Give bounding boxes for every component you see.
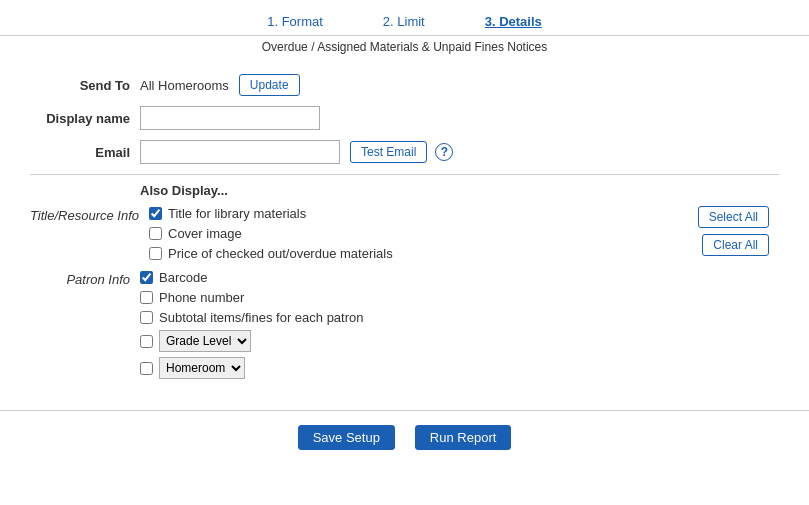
checkbox-grade-level[interactable] xyxy=(140,335,153,348)
checkbox-label-subtotal: Subtotal items/fines for each patron xyxy=(159,310,364,325)
checkbox-title-library-materials[interactable] xyxy=(149,207,162,220)
nav-step-details[interactable]: 3. Details xyxy=(485,14,542,29)
wizard-nav: 1. Format 2. Limit 3. Details xyxy=(0,0,809,36)
grade-level-select[interactable]: Grade Level xyxy=(159,330,251,352)
checkbox-label-cover: Cover image xyxy=(168,226,242,241)
checkbox-phone[interactable] xyxy=(140,291,153,304)
email-input[interactable] xyxy=(140,140,340,164)
nav-step-format[interactable]: 1. Format xyxy=(267,14,323,29)
nav-step-limit[interactable]: 2. Limit xyxy=(383,14,425,29)
checkbox-row-phone: Phone number xyxy=(140,290,669,305)
save-setup-button[interactable]: Save Setup xyxy=(298,425,395,450)
select-clear-col: Select All Clear All xyxy=(669,206,779,256)
footer-bar: Save Setup Run Report xyxy=(0,410,809,460)
email-label: Email xyxy=(30,145,140,160)
send-to-row: Send To All Homerooms Update xyxy=(30,74,779,96)
checkbox-label-title: Title for library materials xyxy=(168,206,306,221)
test-email-button[interactable]: Test Email xyxy=(350,141,427,163)
patron-info-label: Patron Info xyxy=(30,270,140,384)
send-to-value: All Homerooms xyxy=(140,78,229,93)
checkbox-row-subtotal: Subtotal items/fines for each patron xyxy=(140,310,669,325)
checkbox-row-price: Price of checked out/overdue materials xyxy=(149,246,669,261)
nav-subtitle: Overdue / Assigned Materials & Unpaid Fi… xyxy=(0,36,809,62)
also-display-area: Title/Resource Info Title for library ma… xyxy=(30,206,779,388)
checkbox-price[interactable] xyxy=(149,247,162,260)
checkbox-row-barcode: Barcode xyxy=(140,270,669,285)
dropdown-row-homeroom: Homeroom xyxy=(140,357,669,379)
checkbox-cover-image[interactable] xyxy=(149,227,162,240)
dropdown-row-grade: Grade Level xyxy=(140,330,669,352)
checkbox-label-phone: Phone number xyxy=(159,290,244,305)
homeroom-select[interactable]: Homeroom xyxy=(159,357,245,379)
display-name-label: Display name xyxy=(30,111,140,126)
checkbox-row-title: Title for library materials xyxy=(149,206,669,221)
checkbox-label-price: Price of checked out/overdue materials xyxy=(168,246,393,261)
title-resource-label: Title/Resource Info xyxy=(30,206,149,266)
help-icon[interactable]: ? xyxy=(435,143,453,161)
run-report-button[interactable]: Run Report xyxy=(415,425,511,450)
checkbox-subtotal[interactable] xyxy=(140,311,153,324)
update-button[interactable]: Update xyxy=(239,74,300,96)
select-all-button[interactable]: Select All xyxy=(698,206,769,228)
patron-info-section: Patron Info Barcode Phone number Subtota… xyxy=(30,270,669,384)
clear-all-button[interactable]: Clear All xyxy=(702,234,769,256)
title-checkboxes: Title for library materials Cover image … xyxy=(149,206,669,266)
main-content: Send To All Homerooms Update Display nam… xyxy=(0,62,809,400)
checkbox-label-barcode: Barcode xyxy=(159,270,207,285)
patron-checkboxes: Barcode Phone number Subtotal items/fine… xyxy=(140,270,669,384)
title-resource-section: Title/Resource Info Title for library ma… xyxy=(30,206,669,266)
also-display-header: Also Display... xyxy=(140,183,779,198)
checkbox-row-cover: Cover image xyxy=(149,226,669,241)
display-name-row: Display name xyxy=(30,106,779,130)
checkbox-barcode[interactable] xyxy=(140,271,153,284)
send-to-label: Send To xyxy=(30,78,140,93)
checkbox-homeroom[interactable] xyxy=(140,362,153,375)
display-name-input[interactable] xyxy=(140,106,320,130)
email-row: Email Test Email ? xyxy=(30,140,779,164)
